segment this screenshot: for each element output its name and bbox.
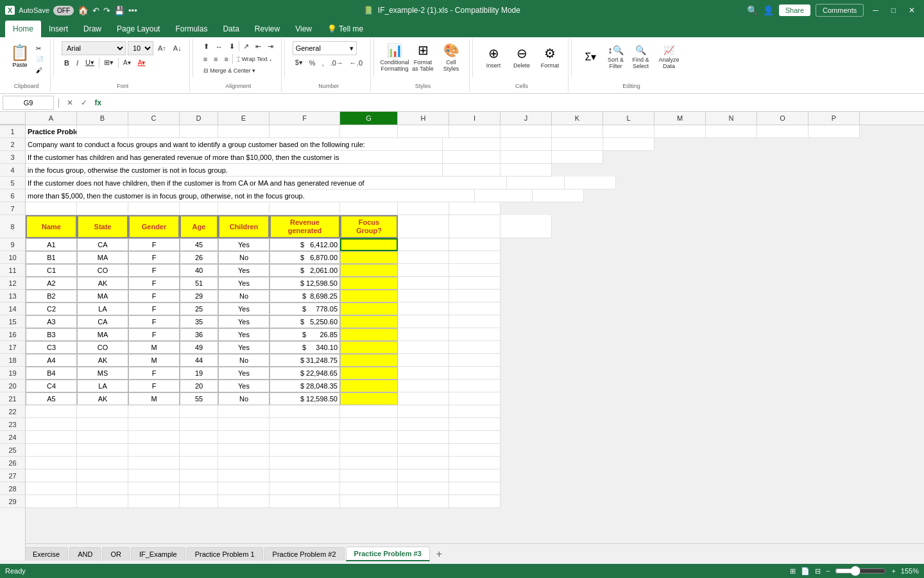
page-break-icon[interactable]: ⊟ xyxy=(815,567,821,575)
cell-b16[interactable]: MA xyxy=(77,328,128,341)
cell-c20[interactable]: F xyxy=(128,380,180,392)
cell-a5[interactable]: If the customer does not have children, … xyxy=(26,177,507,189)
align-right-button[interactable]: ≡ xyxy=(222,54,231,64)
cell-a6[interactable]: more than $5,000, then the customer is i… xyxy=(26,189,475,202)
cell-g-26[interactable] xyxy=(340,457,398,469)
row-num-5[interactable]: 5 xyxy=(0,177,25,189)
cell-d7[interactable] xyxy=(180,202,218,215)
zoom-level[interactable]: 155% xyxy=(901,567,919,575)
col-header-a[interactable]: A xyxy=(26,112,77,125)
save-icon[interactable]: 💾 xyxy=(114,6,124,15)
cell-e16[interactable]: Yes xyxy=(218,328,270,341)
sheet-tab-and[interactable]: AND xyxy=(69,547,101,561)
cell-f21[interactable]: $ 12,598.50 xyxy=(270,392,340,405)
align-middle-button[interactable]: ↔ xyxy=(213,41,225,52)
cell-c-26[interactable] xyxy=(128,457,180,469)
cell-f10[interactable]: $ 6,870.00 xyxy=(270,251,340,264)
cell-f-25[interactable] xyxy=(270,444,340,457)
cell-f9[interactable]: $ 6,412.00 xyxy=(270,238,340,251)
search-icon[interactable]: 🔍 xyxy=(747,5,758,15)
increase-decimal-button[interactable]: .0→ xyxy=(328,58,346,68)
profile-icon[interactable]: 👤 xyxy=(763,5,774,15)
cell-a18[interactable]: A4 xyxy=(26,354,77,367)
insert-button[interactable]: ⊕ Insert xyxy=(481,41,506,73)
cell-c-29[interactable] xyxy=(128,495,180,508)
col-header-p[interactable]: P xyxy=(809,112,860,125)
cell-e-24[interactable] xyxy=(218,431,270,444)
cell-h7[interactable] xyxy=(398,202,449,215)
cell-p-25[interactable] xyxy=(449,444,501,457)
cell-p12[interactable] xyxy=(449,277,501,290)
cell-d-23[interactable] xyxy=(180,418,218,431)
cell-p2[interactable] xyxy=(603,138,654,151)
copy-button[interactable]: 📄 xyxy=(35,55,45,64)
cell-g20[interactable] xyxy=(340,380,398,392)
cell-e21[interactable]: No xyxy=(218,392,270,405)
cell-a3[interactable]: If the customer has children and has gen… xyxy=(26,151,443,164)
cell-h14[interactable] xyxy=(398,302,449,315)
cell-g12[interactable] xyxy=(340,277,398,290)
cell-g9[interactable] xyxy=(340,238,398,251)
cell-a8[interactable]: Name xyxy=(26,215,77,238)
cell-f18[interactable]: $ 31,248.75 xyxy=(270,354,340,367)
cell-p7[interactable] xyxy=(449,202,501,215)
col-header-n[interactable]: N xyxy=(706,112,757,125)
cell-e18[interactable]: No xyxy=(218,354,270,367)
cell-f-28[interactable] xyxy=(270,482,340,495)
cell-p-24[interactable] xyxy=(449,431,501,444)
cell-p20[interactable] xyxy=(449,380,501,392)
cell-h-28[interactable] xyxy=(398,482,449,495)
cell-p19[interactable] xyxy=(449,367,501,380)
format-as-table-button[interactable]: ⊞ Formatas Table xyxy=(410,41,436,73)
cell-b-23[interactable] xyxy=(77,418,128,431)
cell-d20[interactable]: 20 xyxy=(180,380,218,392)
cell-f17[interactable]: $ 340.10 xyxy=(270,341,340,354)
cell-e17[interactable]: Yes xyxy=(218,341,270,354)
cell-d1[interactable] xyxy=(180,125,218,138)
cell-c15[interactable]: F xyxy=(128,315,180,328)
cell-c-25[interactable] xyxy=(128,444,180,457)
cell-d18[interactable]: 44 xyxy=(180,354,218,367)
col-header-m[interactable]: M xyxy=(654,112,706,125)
cell-p-29[interactable] xyxy=(449,495,501,508)
cell-f19[interactable]: $ 22,948.65 xyxy=(270,367,340,380)
cell-h21[interactable] xyxy=(398,392,449,405)
borders-button[interactable]: ⊞▾ xyxy=(101,57,116,68)
cell-g-23[interactable] xyxy=(340,418,398,431)
cell-b9[interactable]: CA xyxy=(77,238,128,251)
cell-h-29[interactable] xyxy=(398,495,449,508)
name-box[interactable] xyxy=(3,96,54,110)
cell-styles-button[interactable]: 🎨 CellStyles xyxy=(438,41,464,73)
cell-a11[interactable]: C1 xyxy=(26,264,77,277)
align-bottom-button[interactable]: ⬇ xyxy=(227,41,237,52)
cell-c14[interactable]: F xyxy=(128,302,180,315)
cell-a9[interactable]: A1 xyxy=(26,238,77,251)
cell-e19[interactable]: Yes xyxy=(218,367,270,380)
analyze-data-button[interactable]: 📈 AnalyzeData xyxy=(654,41,683,73)
home-icon[interactable]: 🏠 xyxy=(78,5,89,15)
cell-g21[interactable] xyxy=(340,392,398,405)
cell-c1[interactable] xyxy=(128,125,180,138)
comma-button[interactable]: , xyxy=(320,58,327,68)
formula-input[interactable] xyxy=(107,96,921,110)
cancel-formula-icon[interactable]: ✕ xyxy=(64,98,76,107)
cell-c17[interactable]: M xyxy=(128,341,180,354)
row-num-9[interactable]: 9 xyxy=(0,238,25,251)
font-color-button[interactable]: A▾ xyxy=(135,58,148,67)
cell-e13[interactable]: No xyxy=(218,290,270,302)
align-center-button[interactable]: ≡ xyxy=(211,54,220,64)
col-header-f[interactable]: F xyxy=(270,112,340,125)
cell-h-25[interactable] xyxy=(398,444,449,457)
row-num-17[interactable]: 17 xyxy=(0,341,25,354)
cell-p1[interactable] xyxy=(809,125,860,138)
cell-d-29[interactable] xyxy=(180,495,218,508)
cell-e7[interactable] xyxy=(218,202,270,215)
cell-b12[interactable]: AK xyxy=(77,277,128,290)
cell-g4[interactable] xyxy=(443,164,501,177)
cell-c11[interactable]: F xyxy=(128,264,180,277)
cell-g-27[interactable] xyxy=(340,469,398,482)
row-num-7[interactable]: 7 xyxy=(0,202,25,215)
col-header-k[interactable]: K xyxy=(552,112,603,125)
cell-c9[interactable]: F xyxy=(128,238,180,251)
cell-c19[interactable]: F xyxy=(128,367,180,380)
